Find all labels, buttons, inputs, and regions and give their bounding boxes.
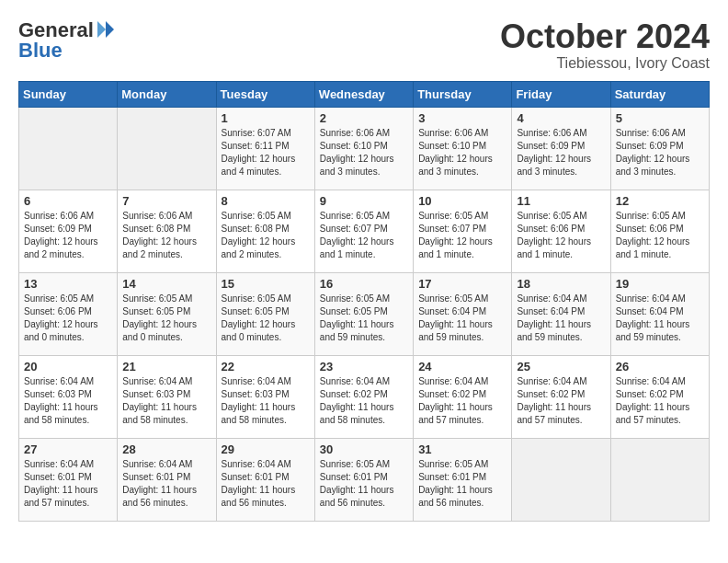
day-info: Sunrise: 6:05 AMSunset: 6:06 PMDaylight:… xyxy=(616,210,704,261)
month-title: October 2024 xyxy=(500,18,710,55)
day-number: 27 xyxy=(24,442,112,456)
day-info: Sunrise: 6:05 AMSunset: 6:04 PMDaylight:… xyxy=(418,293,506,344)
day-info: Sunrise: 6:04 AMSunset: 6:02 PMDaylight:… xyxy=(418,375,506,427)
title-block: October 2024 Tiebiessou, Ivory Coast xyxy=(500,18,710,72)
day-number: 5 xyxy=(616,111,704,125)
calendar-cell: 25Sunrise: 6:04 AMSunset: 6:02 PMDayligh… xyxy=(512,355,610,438)
day-info: Sunrise: 6:04 AMSunset: 6:01 PMDaylight:… xyxy=(122,458,210,510)
day-number: 24 xyxy=(418,360,506,373)
calendar-cell: 22Sunrise: 6:04 AMSunset: 6:03 PMDayligh… xyxy=(216,355,314,438)
day-number: 28 xyxy=(122,442,210,456)
day-info: Sunrise: 6:06 AMSunset: 6:10 PMDaylight:… xyxy=(320,127,408,178)
calendar-cell: 6Sunrise: 6:06 AMSunset: 6:09 PMDaylight… xyxy=(19,190,118,272)
day-info: Sunrise: 6:06 AMSunset: 6:09 PMDaylight:… xyxy=(616,127,704,178)
day-number: 7 xyxy=(122,194,210,208)
calendar-header-row: SundayMondayTuesdayWednesdayThursdayFrid… xyxy=(19,81,710,107)
day-number: 15 xyxy=(222,277,310,291)
column-header-sunday: Sunday xyxy=(19,81,118,107)
calendar-cell: 9Sunrise: 6:05 AMSunset: 6:07 PMDaylight… xyxy=(314,190,413,272)
calendar-cell: 8Sunrise: 6:05 AMSunset: 6:08 PMDaylight… xyxy=(216,190,314,272)
calendar-cell xyxy=(19,107,118,190)
day-info: Sunrise: 6:05 AMSunset: 6:05 PMDaylight:… xyxy=(222,293,310,344)
day-number: 2 xyxy=(320,111,408,125)
day-info: Sunrise: 6:04 AMSunset: 6:03 PMDaylight:… xyxy=(122,375,210,427)
location: Tiebiessou, Ivory Coast xyxy=(500,55,710,72)
calendar-cell: 16Sunrise: 6:05 AMSunset: 6:05 PMDayligh… xyxy=(314,272,413,355)
calendar-cell: 5Sunrise: 6:06 AMSunset: 6:09 PMDaylight… xyxy=(610,107,709,190)
calendar-cell: 4Sunrise: 6:06 AMSunset: 6:09 PMDaylight… xyxy=(512,107,610,190)
calendar-cell: 26Sunrise: 6:04 AMSunset: 6:02 PMDayligh… xyxy=(610,355,709,438)
calendar-week-4: 20Sunrise: 6:04 AMSunset: 6:03 PMDayligh… xyxy=(19,355,710,438)
day-info: Sunrise: 6:06 AMSunset: 6:09 PMDaylight:… xyxy=(24,210,112,261)
calendar-cell: 27Sunrise: 6:04 AMSunset: 6:01 PMDayligh… xyxy=(19,438,118,521)
calendar-cell: 14Sunrise: 6:05 AMSunset: 6:05 PMDayligh… xyxy=(118,272,216,355)
day-info: Sunrise: 6:05 AMSunset: 6:01 PMDaylight:… xyxy=(418,458,506,510)
calendar-cell: 13Sunrise: 6:05 AMSunset: 6:06 PMDayligh… xyxy=(19,272,118,355)
day-info: Sunrise: 6:04 AMSunset: 6:01 PMDaylight:… xyxy=(222,458,310,510)
day-info: Sunrise: 6:04 AMSunset: 6:04 PMDaylight:… xyxy=(616,293,704,344)
calendar-cell: 29Sunrise: 6:04 AMSunset: 6:01 PMDayligh… xyxy=(216,438,314,521)
day-info: Sunrise: 6:07 AMSunset: 6:11 PMDaylight:… xyxy=(222,127,310,178)
day-number: 13 xyxy=(24,277,112,291)
day-number: 31 xyxy=(418,442,506,456)
calendar-cell: 1Sunrise: 6:07 AMSunset: 6:11 PMDaylight… xyxy=(216,107,314,190)
calendar-cell: 21Sunrise: 6:04 AMSunset: 6:03 PMDayligh… xyxy=(118,355,216,438)
day-number: 10 xyxy=(418,194,506,208)
logo: General Blue xyxy=(18,18,116,63)
day-number: 23 xyxy=(320,360,408,373)
day-number: 8 xyxy=(222,194,310,208)
day-number: 19 xyxy=(616,277,704,291)
day-info: Sunrise: 6:04 AMSunset: 6:03 PMDaylight:… xyxy=(24,375,112,427)
page-header: General Blue October 2024 Tiebiessou, Iv… xyxy=(18,18,710,72)
calendar-cell: 15Sunrise: 6:05 AMSunset: 6:05 PMDayligh… xyxy=(216,272,314,355)
column-header-wednesday: Wednesday xyxy=(314,81,413,107)
calendar-week-3: 13Sunrise: 6:05 AMSunset: 6:06 PMDayligh… xyxy=(19,272,710,355)
calendar-cell: 11Sunrise: 6:05 AMSunset: 6:06 PMDayligh… xyxy=(512,190,610,272)
svg-marker-0 xyxy=(106,21,114,38)
day-info: Sunrise: 6:06 AMSunset: 6:08 PMDaylight:… xyxy=(122,210,210,261)
day-info: Sunrise: 6:05 AMSunset: 6:07 PMDaylight:… xyxy=(418,210,506,261)
calendar-cell: 2Sunrise: 6:06 AMSunset: 6:10 PMDaylight… xyxy=(314,107,413,190)
calendar-cell: 3Sunrise: 6:06 AMSunset: 6:10 PMDaylight… xyxy=(414,107,512,190)
day-number: 9 xyxy=(320,194,408,208)
column-header-monday: Monday xyxy=(118,81,216,107)
calendar-cell: 20Sunrise: 6:04 AMSunset: 6:03 PMDayligh… xyxy=(19,355,118,438)
calendar-week-5: 27Sunrise: 6:04 AMSunset: 6:01 PMDayligh… xyxy=(19,438,710,521)
calendar-cell xyxy=(610,438,709,521)
day-number: 21 xyxy=(122,360,210,373)
day-number: 29 xyxy=(222,442,310,456)
day-number: 6 xyxy=(24,194,112,208)
calendar-cell: 28Sunrise: 6:04 AMSunset: 6:01 PMDayligh… xyxy=(118,438,216,521)
calendar-cell: 10Sunrise: 6:05 AMSunset: 6:07 PMDayligh… xyxy=(414,190,512,272)
day-number: 16 xyxy=(320,277,408,291)
calendar-cell: 19Sunrise: 6:04 AMSunset: 6:04 PMDayligh… xyxy=(610,272,709,355)
day-number: 3 xyxy=(418,111,506,125)
calendar-cell: 24Sunrise: 6:04 AMSunset: 6:02 PMDayligh… xyxy=(414,355,512,438)
calendar-week-2: 6Sunrise: 6:06 AMSunset: 6:09 PMDaylight… xyxy=(19,190,710,272)
calendar-week-1: 1Sunrise: 6:07 AMSunset: 6:11 PMDaylight… xyxy=(19,107,710,190)
calendar-cell: 30Sunrise: 6:05 AMSunset: 6:01 PMDayligh… xyxy=(314,438,413,521)
day-info: Sunrise: 6:05 AMSunset: 6:08 PMDaylight:… xyxy=(222,210,310,261)
calendar-cell: 31Sunrise: 6:05 AMSunset: 6:01 PMDayligh… xyxy=(414,438,512,521)
day-info: Sunrise: 6:05 AMSunset: 6:07 PMDaylight:… xyxy=(320,210,408,261)
svg-marker-1 xyxy=(97,21,106,38)
day-number: 30 xyxy=(320,442,408,456)
day-number: 18 xyxy=(517,277,605,291)
day-number: 22 xyxy=(222,360,310,373)
day-info: Sunrise: 6:04 AMSunset: 6:01 PMDaylight:… xyxy=(24,458,112,510)
column-header-saturday: Saturday xyxy=(610,81,709,107)
day-info: Sunrise: 6:06 AMSunset: 6:10 PMDaylight:… xyxy=(418,127,506,178)
day-info: Sunrise: 6:04 AMSunset: 6:04 PMDaylight:… xyxy=(517,293,605,344)
column-header-thursday: Thursday xyxy=(414,81,512,107)
day-number: 20 xyxy=(24,360,112,373)
calendar-cell xyxy=(512,438,610,521)
day-number: 12 xyxy=(616,194,704,208)
day-number: 25 xyxy=(517,360,605,373)
calendar-cell xyxy=(118,107,216,190)
day-number: 1 xyxy=(222,111,310,125)
calendar-cell: 18Sunrise: 6:04 AMSunset: 6:04 PMDayligh… xyxy=(512,272,610,355)
day-info: Sunrise: 6:05 AMSunset: 6:01 PMDaylight:… xyxy=(320,458,408,510)
day-info: Sunrise: 6:05 AMSunset: 6:06 PMDaylight:… xyxy=(517,210,605,261)
logo-icon xyxy=(96,19,116,40)
column-header-tuesday: Tuesday xyxy=(216,81,314,107)
